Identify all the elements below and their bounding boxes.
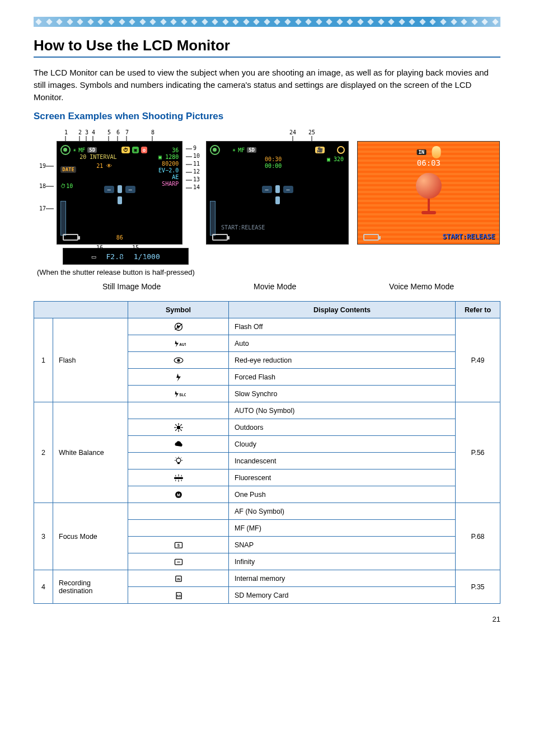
svg-point-52 bbox=[176, 426, 180, 430]
rec-dot-icon bbox=[337, 146, 345, 154]
svg-text:IN: IN bbox=[177, 577, 180, 580]
center-marker bbox=[275, 196, 280, 204]
svg-point-61 bbox=[176, 458, 181, 463]
page-title: How to Use the LCD Monitor bbox=[34, 37, 500, 54]
svg-text:11: 11 bbox=[193, 161, 200, 167]
svg-text:23: 23 bbox=[139, 256, 146, 262]
intro-paragraph: The LCD Monitor can be used to view the … bbox=[34, 67, 500, 103]
svg-line-47 bbox=[175, 324, 182, 330]
battery-icon bbox=[363, 234, 379, 241]
svg-text:2: 2 bbox=[78, 129, 82, 135]
label-movie: Movie Mode bbox=[254, 282, 296, 291]
symbol-cell: IN bbox=[128, 570, 229, 587]
symbol-cell bbox=[128, 520, 229, 537]
lcd-still: ☀ MF SD ⏱ ▣ ✿ 36 ▣ 1280 80200 EV−2.0 AE … bbox=[57, 141, 182, 245]
svg-text:15: 15 bbox=[132, 245, 139, 251]
contents-cell: Outdoors bbox=[229, 419, 456, 436]
svg-line-67 bbox=[180, 457, 181, 458]
svg-text:6: 6 bbox=[116, 129, 120, 135]
contents-cell: Cloudy bbox=[229, 436, 456, 453]
contents-cell: Slow Synchro bbox=[229, 386, 456, 402]
interval-n: 20 bbox=[79, 154, 86, 160]
macro-icon: ✿ bbox=[141, 147, 147, 153]
contents-cell: MF (MF) bbox=[229, 520, 456, 537]
label-voice: Voice Memo Mode bbox=[389, 282, 454, 291]
svg-text:3: 3 bbox=[85, 129, 88, 135]
refer-cell: P.56 bbox=[456, 402, 500, 503]
contents-cell: Incandescent bbox=[229, 453, 456, 469]
refer-cell: P.68 bbox=[456, 503, 500, 570]
symbol-cell: S bbox=[128, 537, 229, 553]
row-label: Flash bbox=[53, 318, 128, 402]
focus-icon: MF bbox=[78, 147, 85, 153]
row-number: 2 bbox=[34, 402, 53, 503]
contents-cell: Red-eye reduction bbox=[229, 352, 456, 369]
wb-icon: ☀ bbox=[232, 147, 236, 153]
svg-point-50 bbox=[177, 359, 180, 361]
svg-text:S: S bbox=[177, 543, 180, 547]
sharp-label: SHARP bbox=[158, 181, 179, 187]
svg-text:AUTO: AUTO bbox=[179, 342, 186, 346]
battery-icon bbox=[212, 234, 228, 241]
svg-rect-62 bbox=[177, 462, 180, 464]
imgsize-label: ▣ 1280 bbox=[158, 154, 179, 161]
battery-icon bbox=[63, 234, 78, 241]
mode-labels: Still Image Mode Movie Mode Voice Memo M… bbox=[34, 282, 500, 291]
symbol-cell bbox=[128, 318, 229, 335]
label-still: Still Image Mode bbox=[102, 282, 161, 291]
reference-table: Symbol Display Contents Refer to 1FlashF… bbox=[34, 301, 500, 604]
svg-text:17: 17 bbox=[39, 205, 46, 212]
symbol-cell bbox=[128, 419, 229, 436]
shutter-caption: (When the shutter release button is half… bbox=[37, 268, 500, 276]
refer-cell: P.35 bbox=[456, 570, 500, 604]
date-badge: DATE bbox=[60, 166, 76, 173]
contents-cell: AF (No Symbol) bbox=[229, 503, 456, 520]
center-marker bbox=[118, 196, 122, 204]
ae-label: AE bbox=[158, 174, 179, 181]
svg-text:25: 25 bbox=[308, 129, 315, 135]
start-release-label: START:RELEASE bbox=[221, 224, 265, 231]
exposure-indicator: —— bbox=[104, 185, 135, 193]
row-number: 1 bbox=[34, 318, 53, 402]
symbol-cell bbox=[128, 369, 229, 386]
symbol-cell bbox=[128, 503, 229, 520]
lcd-voice: IN 06:03 START:RELEASE bbox=[357, 141, 500, 245]
svg-text:SLOW: SLOW bbox=[179, 393, 186, 397]
movie-size: ▣ 320 bbox=[327, 156, 344, 162]
svg-line-66 bbox=[175, 457, 176, 458]
zoom-bar-left bbox=[60, 201, 66, 236]
in-badge: IN bbox=[416, 149, 426, 155]
section-heading: Screen Examples when Shooting Pictures bbox=[34, 111, 500, 122]
contents-cell: One Push bbox=[229, 486, 456, 503]
wb-icon: ☀ bbox=[73, 147, 76, 153]
symbol-cell bbox=[128, 402, 229, 419]
contents-cell: Flash Off bbox=[229, 318, 456, 335]
lcd-movie: ☀ MF SD 🎥 00:30 00:00 ▣ 320 —— START:REL… bbox=[206, 141, 349, 245]
page-number: 21 bbox=[34, 615, 500, 623]
svg-text:1: 1 bbox=[64, 129, 68, 135]
svg-text:18: 18 bbox=[39, 183, 46, 189]
th-contents: Display Contents bbox=[229, 302, 456, 318]
svg-text:∞: ∞ bbox=[176, 559, 180, 565]
th-refer: Refer to bbox=[456, 302, 500, 318]
symbol-cell bbox=[128, 469, 229, 486]
table-row: 2White BalanceAUTO (No Symbol)P.56 bbox=[34, 402, 500, 419]
symbol-cell: ∞ bbox=[128, 553, 229, 570]
balloon21: 21 bbox=[96, 163, 103, 169]
svg-text:7: 7 bbox=[125, 129, 129, 135]
movie-icon: 🎥 bbox=[315, 147, 325, 153]
contents-cell: SNAP bbox=[229, 537, 456, 553]
focus-icon: MF bbox=[238, 147, 245, 153]
symbol-cell: AUTO bbox=[128, 335, 229, 352]
svg-text:SD: SD bbox=[176, 594, 181, 597]
redeye-icon: 👁 bbox=[106, 163, 112, 169]
storage-icon: SD bbox=[247, 147, 256, 153]
svg-text:16: 16 bbox=[96, 245, 103, 251]
selftimer-icon: ⏱ bbox=[121, 147, 130, 153]
table-row: 3Focus ModeAF (No Symbol)P.68 bbox=[34, 503, 500, 520]
table-row: 1FlashFlash OffP.49 bbox=[34, 318, 500, 335]
mic-icon bbox=[432, 146, 441, 158]
contents-cell: Infinity bbox=[229, 553, 456, 570]
svg-rect-68 bbox=[174, 477, 183, 478]
symbol-cell bbox=[128, 436, 229, 453]
